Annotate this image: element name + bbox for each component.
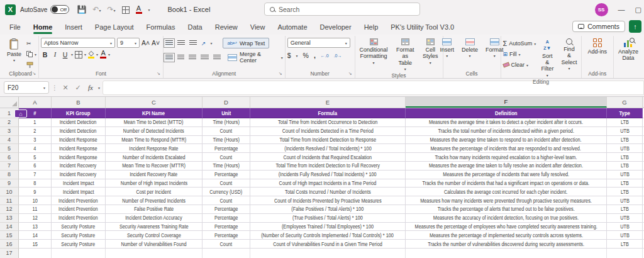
- cell-A11[interactable]: 10: [19, 196, 52, 205]
- cell-A2[interactable]: 1: [19, 118, 52, 127]
- header-cell-F1[interactable]: Definition: [406, 108, 607, 118]
- menu-tab-pk-s-utility-tool-v3-0[interactable]: PK's Utility Tool V3.0: [385, 21, 460, 35]
- cell-E5[interactable]: (Incidents Resolved / Total Incidents) *…: [250, 144, 406, 153]
- column-header-E[interactable]: E: [250, 97, 406, 108]
- analyze-data-button[interactable]: Analyze Data: [616, 38, 641, 62]
- cell-B15[interactable]: Security Posture: [52, 231, 106, 240]
- alignment-dialog-launcher-icon[interactable]: ↘: [279, 71, 282, 76]
- cell-B11[interactable]: Incident Prevention: [52, 196, 106, 205]
- cell-C7[interactable]: Mean Time to Recover (MTTR): [106, 162, 203, 171]
- cell-E9[interactable]: Count of High Impact Incidents in a Time…: [250, 179, 406, 188]
- menu-tab-help[interactable]: Help: [358, 21, 384, 35]
- select-all-corner[interactable]: [0, 97, 19, 108]
- cell-A15[interactable]: 14: [19, 231, 52, 240]
- conditional-formatting-button[interactable]: Conditional Formatting▾: [357, 38, 391, 66]
- menu-tab-view[interactable]: View: [245, 21, 271, 35]
- enter-icon[interactable]: ✓: [73, 84, 83, 92]
- font-color-button[interactable]: A: [100, 50, 106, 59]
- insert-function-icon[interactable]: fx: [86, 84, 96, 91]
- column-header-A[interactable]: A: [19, 97, 52, 108]
- cell-D11[interactable]: Count: [203, 196, 250, 205]
- row-header-15[interactable]: 15: [0, 231, 19, 240]
- cancel-icon[interactable]: ✕: [60, 84, 70, 92]
- row-header-5[interactable]: 5: [0, 144, 19, 153]
- menu-tab-data[interactable]: Data: [182, 21, 208, 35]
- cell-A8[interactable]: 7: [19, 171, 52, 179]
- cell-A9[interactable]: 8: [19, 179, 52, 188]
- cell-F8[interactable]: Measures the percentage of incidents tha…: [406, 171, 607, 179]
- cell-C5[interactable]: Incident Response Rate: [106, 144, 203, 153]
- font-name-select[interactable]: Aptos Narrow▾: [41, 38, 115, 48]
- cell-E2[interactable]: Total Time from Incident Occurrence to D…: [250, 118, 406, 127]
- cell-F17[interactable]: [406, 249, 607, 258]
- cell-E11[interactable]: Count of Incidents Prevented by Proactiv…: [250, 196, 406, 205]
- name-box[interactable]: F20▾: [4, 81, 49, 94]
- cell-G12[interactable]: LTB: [607, 205, 643, 214]
- cell-D8[interactable]: Percentage: [203, 171, 250, 179]
- clear-button[interactable]: Clear▾: [503, 60, 536, 69]
- save-icon[interactable]: 💾: [77, 5, 86, 14]
- cell-F14[interactable]: Measures the percentage of employees who…: [406, 223, 607, 232]
- search-input[interactable]: Search: [264, 3, 420, 16]
- paste-button[interactable]: Paste ▾: [4, 38, 24, 64]
- bold-button[interactable]: B: [41, 51, 49, 59]
- cell-A6[interactable]: 5: [19, 153, 52, 162]
- cell-D12[interactable]: Percentage: [203, 205, 250, 214]
- menu-tab-page-layout[interactable]: Page Layout: [89, 21, 140, 35]
- qat-overflow-icon[interactable]: ▾: [148, 8, 150, 12]
- cell-G11[interactable]: UTB: [607, 196, 643, 205]
- autosave-toggle[interactable]: Off: [50, 5, 69, 14]
- cell-B3[interactable]: Incident Detection: [52, 127, 106, 136]
- cell-C13[interactable]: Incident Detection Accuracy: [106, 214, 203, 223]
- cell-G17[interactable]: [607, 249, 643, 258]
- cell-C17[interactable]: [106, 249, 203, 258]
- cell-F2[interactable]: Measures the average time it takes to de…: [406, 118, 607, 127]
- cell-F9[interactable]: Tracks the number of incidents that had …: [406, 179, 607, 188]
- sort-filter-button[interactable]: AZ▼ Sort & Filter▾: [538, 38, 556, 79]
- cell-E16[interactable]: Count of Vulnerabilities Found in a Give…: [250, 240, 406, 249]
- cell-D7[interactable]: Time (Hours): [203, 162, 250, 171]
- cell-A10[interactable]: 9: [19, 188, 52, 196]
- decrease-indent-icon[interactable]: [201, 55, 209, 60]
- cell-B10[interactable]: Incident Impact: [52, 188, 106, 196]
- cell-E10[interactable]: Total Costs Incurred / Number of Inciden…: [250, 188, 406, 196]
- insert-cells-button[interactable]: Insert▾: [438, 38, 457, 59]
- format-painter-button[interactable]: [26, 60, 36, 69]
- row-header-16[interactable]: 16: [0, 240, 19, 249]
- delete-cells-button[interactable]: Delete▾: [459, 38, 480, 59]
- cell-B6[interactable]: Incident Response: [52, 153, 106, 162]
- cell-A16[interactable]: 15: [19, 240, 52, 249]
- cell-E8[interactable]: (Incidents Fully Resolved / Total Incide…: [250, 171, 406, 179]
- cell-G14[interactable]: UTB: [607, 223, 643, 232]
- cell-E12[interactable]: (False Positives / Total Alerts) * 100: [250, 205, 406, 214]
- cell-F4[interactable]: Measures the average time taken to respo…: [406, 136, 607, 145]
- cell-B5[interactable]: Incident Response: [52, 144, 106, 153]
- menu-tab-review[interactable]: Review: [209, 21, 243, 35]
- cell-E14[interactable]: (Employees Trained / Total Employees) * …: [250, 223, 406, 232]
- cell-E3[interactable]: Count of Incidents Detected in a Time Pe…: [250, 127, 406, 136]
- cell-G3[interactable]: UTB: [607, 127, 643, 136]
- merge-center-button[interactable]: Merge & Center▾: [228, 52, 282, 62]
- cell-F15[interactable]: Measures the percentage of implemented s…: [406, 231, 607, 240]
- row-header-13[interactable]: 13: [0, 214, 19, 223]
- cell-B4[interactable]: Incident Response: [52, 136, 106, 145]
- comments-button[interactable]: Comments: [572, 21, 625, 32]
- cell-D10[interactable]: Currency (USD): [203, 188, 250, 196]
- cell-D4[interactable]: Time (Hours): [203, 136, 250, 145]
- cell-C8[interactable]: Incident Recovery Rate: [106, 171, 203, 179]
- row-header-4[interactable]: 4: [0, 136, 19, 145]
- orientation-icon[interactable]: ↗: [201, 40, 206, 47]
- cell-C14[interactable]: Security Awareness Training Rate: [106, 223, 203, 232]
- cell-A17[interactable]: [19, 249, 52, 258]
- cell-F16[interactable]: Tracks the number of vulnerabilities dis…: [406, 240, 607, 249]
- cell-G7[interactable]: LTB: [607, 162, 643, 171]
- align-center-icon[interactable]: [177, 55, 185, 60]
- cell-E13[interactable]: (True Positives / Total Alerts) * 100: [250, 214, 406, 223]
- cell-F5[interactable]: Measures the percentage of incidents tha…: [406, 144, 607, 153]
- row-header-10[interactable]: 10: [0, 188, 19, 196]
- font-dialog-launcher-icon[interactable]: ↘: [157, 71, 160, 76]
- format-as-table-button[interactable]: Format as Table▾: [393, 38, 418, 72]
- row-header-6[interactable]: 6: [0, 153, 19, 162]
- column-header-C[interactable]: C: [106, 97, 203, 108]
- menu-tab-formulas[interactable]: Formulas: [141, 21, 181, 35]
